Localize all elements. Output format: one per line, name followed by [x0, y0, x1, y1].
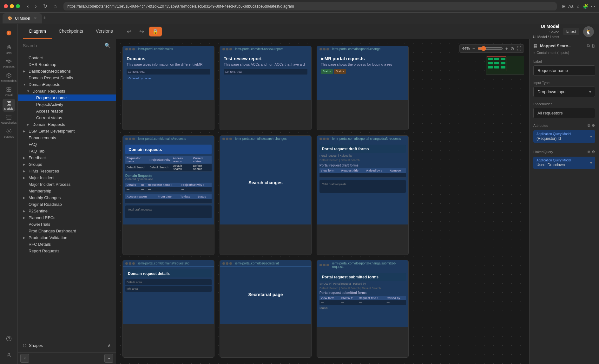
tree-item-requestor-name[interactable]: Requestor name	[18, 94, 116, 101]
tree-item-dashboard-medications[interactable]: ▶ DashboardMedications	[18, 68, 116, 75]
tree-item-monthly-changes[interactable]: ▶ Monthly Changes	[18, 194, 116, 201]
tree-item-hims-resources[interactable]: ▶ HIMs Resources	[18, 168, 116, 174]
tree-item-project-activity[interactable]: Project/Activity	[18, 101, 116, 108]
tree-item-faq[interactable]: FAQ	[18, 141, 116, 148]
back-button[interactable]: ‹	[25, 3, 30, 10]
card-search-changes[interactable]: iemr-portal.com/dhs/search-changes Searc…	[220, 135, 312, 255]
linked-query-settings-button[interactable]: ⚙	[592, 150, 595, 154]
tree-item-esm-letter[interactable]: ▶ ESM Letter Development	[18, 128, 116, 134]
placeholder-value[interactable]: All requestors	[533, 108, 595, 118]
tree-item-domain-requests-sub2[interactable]: ▶ Domain Requests	[18, 121, 116, 128]
tab-diagram[interactable]: Diagram	[23, 24, 52, 39]
tree-item-rfc-details[interactable]: RFC Details	[18, 241, 116, 248]
tree-item-p2sentinel[interactable]: ▶ P2Sentinel	[18, 208, 116, 214]
tree-item-domain-requests[interactable]: ▼ DomainRequests	[18, 81, 116, 88]
card-test-review[interactable]: iemr-portal.com/test-review-report Test …	[220, 46, 312, 130]
minimize-traffic-light[interactable]	[10, 4, 14, 8]
zoom-out-button[interactable]: −	[472, 46, 475, 51]
sidebar-item-help[interactable]	[3, 332, 15, 345]
tree-item-faq-tab[interactable]: FAQ Tab	[18, 148, 116, 154]
card-iemr-portal[interactable]: iemr-portal.com/dbs/portal-change ieMR p…	[317, 46, 409, 130]
tab-versions[interactable]: Versions	[89, 24, 119, 39]
tree-item-feedback[interactable]: ▶ Feedback	[18, 154, 116, 161]
lock-button[interactable]: 🔒	[149, 27, 162, 36]
tree-item-contact[interactable]: Contact	[18, 55, 116, 61]
zoom-fit-button[interactable]: ⊙	[510, 46, 514, 51]
tree-item-domain-request-details[interactable]: Domain Request Details	[18, 75, 116, 81]
home-button[interactable]: ⌂	[52, 3, 59, 10]
sidebar-item-bots[interactable]: Bots	[3, 43, 15, 56]
bookmark-button[interactable]: ☆	[576, 4, 580, 9]
zoom-in-button[interactable]: +	[505, 46, 508, 51]
canvas-area[interactable]: 44% − + ⊙ ⛶	[116, 39, 529, 364]
redo-button[interactable]: ↪	[137, 27, 147, 36]
new-tab-button[interactable]: +	[43, 15, 47, 22]
sidebar-item-pipelines[interactable]: Pipelines	[3, 57, 15, 70]
tree-item-domain-requests-sub[interactable]: ▼ Domain Requests	[18, 88, 116, 94]
zoom-button[interactable]: Aa	[568, 4, 574, 9]
linked-query-copy-button[interactable]: ⧉	[588, 150, 590, 154]
card-draft-forms[interactable]: iemr-portal.com/dbs/portal-change/draft-…	[317, 135, 409, 255]
sidebar-item-visual[interactable]: Visual	[3, 85, 15, 98]
tree-item-prod-changes-dashboard[interactable]: Prod Changes Dashboard	[18, 228, 116, 234]
forward-button[interactable]: ›	[33, 3, 38, 10]
tree-item-major-incident[interactable]: ▶ Major Incident	[18, 174, 116, 181]
shapes-section[interactable]: ⬡ Shapes ∧	[18, 341, 116, 350]
panel-delete-button[interactable]: 🗑	[591, 43, 595, 48]
undo-button[interactable]: ↩	[124, 27, 134, 36]
tree-item-current-status[interactable]: Current status	[18, 114, 116, 121]
tree-item-membership[interactable]: Membership	[18, 188, 116, 194]
input-type-dropdown[interactable]: Dropdown Input ▾	[533, 87, 595, 97]
url-bar[interactable]: https://ailab.codebots.tech/4713e516-b6f…	[63, 2, 557, 10]
maximize-traffic-light[interactable]	[16, 4, 20, 8]
sidebar-item-repositories[interactable]: Repositories	[3, 113, 15, 126]
shapes-collapse-button[interactable]: ∧	[108, 343, 111, 348]
search-button[interactable]: 🔍	[104, 42, 111, 49]
close-traffic-light[interactable]	[4, 4, 8, 8]
avatar-button[interactable]: 🐧	[583, 26, 594, 37]
nav-prev-button[interactable]: «	[20, 354, 29, 363]
sidebar-item-metamodels[interactable]: Metamodels	[3, 71, 15, 84]
reload-button[interactable]: ↻	[41, 3, 49, 10]
tree-item-planned-rfcs[interactable]: ▶ Planned RFCs	[18, 214, 116, 221]
active-tab[interactable]: 🎨 UI Model ✕	[3, 13, 42, 23]
label-value[interactable]: Requestor name	[533, 65, 595, 76]
version-badge[interactable]: latest	[563, 28, 579, 35]
tree-item-original-roadmap[interactable]: Original Roadmap	[18, 201, 116, 208]
tree-item-major-incident-process[interactable]: Major Incident Process	[18, 181, 116, 188]
tree-item-access-reason[interactable]: Access reason	[18, 108, 116, 114]
zoom-expand-button[interactable]: ⛶	[517, 46, 521, 51]
nav-next-button[interactable]: »	[104, 354, 113, 363]
search-input[interactable]	[23, 43, 104, 48]
cast-button[interactable]: ⊞	[562, 4, 566, 9]
tree-item-groups[interactable]: ▶ Groups	[18, 161, 116, 168]
svg-rect-7	[10, 61, 11, 62]
zoom-slider[interactable]	[477, 46, 503, 51]
attribute-1[interactable]: Application Query Model (Requestor) Id ▾	[533, 130, 595, 143]
sidebar-item-settings[interactable]: Settings	[3, 127, 15, 140]
linked-query-1[interactable]: Application Query Model Users Dropdown ▾	[533, 157, 595, 169]
shapes-icon: ⬡	[23, 343, 26, 348]
tree-item-dhs-roadmap[interactable]: DHS Roadmap	[18, 61, 116, 68]
sidebar-item-models[interactable]: Models	[3, 99, 15, 112]
logo[interactable]	[3, 27, 15, 39]
card-submitted-forms[interactable]: iemr-portal.com/dbs/portal-change/submit…	[317, 260, 409, 358]
attributes-settings-button[interactable]: ⚙	[592, 123, 595, 128]
tree-item-enhancements[interactable]: Enhancements	[18, 134, 116, 141]
main-layout: 🔍 Contact DHS Roadmap ▶ DashboardMedicat…	[18, 39, 599, 364]
tree-item-production-validation[interactable]: ▶ Production Validation	[18, 234, 116, 241]
card-dot-3	[326, 48, 329, 50]
tab-close-button[interactable]: ✕	[34, 16, 37, 20]
tab-checkpoints[interactable]: Checkpoints	[52, 24, 89, 39]
tree-item-report-requests[interactable]: Report Requests	[18, 248, 116, 254]
tree-item-power-trials[interactable]: PowerTrials	[18, 221, 116, 228]
attributes-copy-button[interactable]: ⧉	[588, 123, 590, 128]
extensions-button[interactable]: 🧩	[583, 4, 588, 9]
more-button[interactable]: ⋯	[591, 4, 595, 9]
card-domains[interactable]: iemr-portal.com/domains Domains This pag…	[122, 46, 214, 130]
sidebar-item-user[interactable]	[3, 349, 15, 361]
card-domain-request-details[interactable]: iemr-portal.com/domains/requests/id Doma…	[122, 260, 214, 358]
card-secretariat[interactable]: iemr-portal.com/dbs/secretariat Secretar…	[220, 260, 312, 358]
panel-copy-button[interactable]: ⧉	[587, 43, 590, 48]
card-domain-requests[interactable]: iemr-portal.com/domains/requests Domain …	[122, 135, 214, 255]
